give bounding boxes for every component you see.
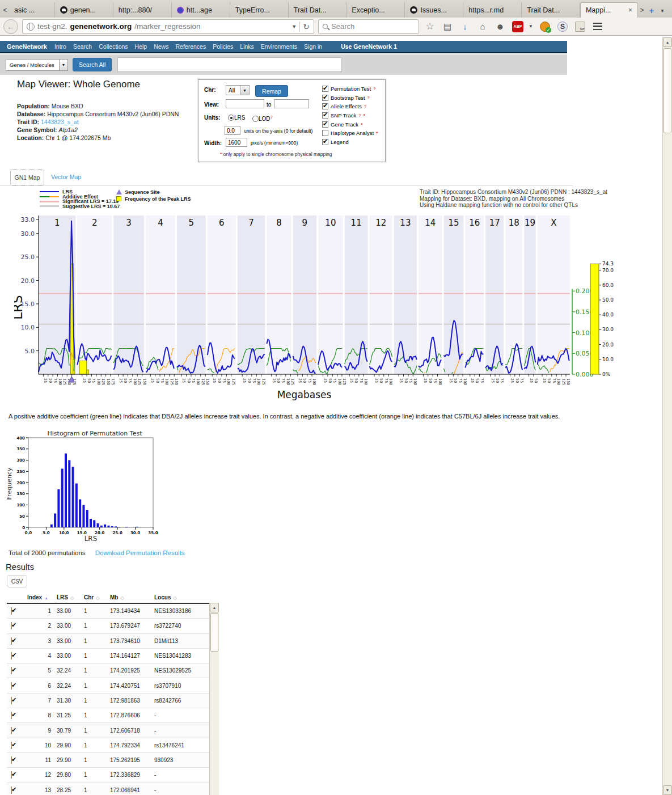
url-bar[interactable]: test-gn2.genenetwork.org/marker_regressi… [22,19,314,34]
s-addon-icon[interactable]: S [557,22,568,32]
browser-tab[interactable]: https...r.md [463,2,522,18]
trait-id-link[interactable]: 1443823_s_at [41,119,79,125]
new-tab-button[interactable]: + [646,3,657,18]
global-search-input[interactable] [117,57,342,72]
scroll-up-icon[interactable]: ▲ [663,37,672,47]
browser-tab[interactable]: htt...age [172,2,230,18]
radio-icon[interactable] [252,116,259,122]
window-scrollbar[interactable]: ▲ ▼ [662,37,672,795]
window-scrollbar-thumb[interactable] [663,48,671,133]
category-caret-icon[interactable]: ▼ [60,59,68,71]
row-checkbox[interactable] [11,652,12,659]
search-all-button[interactable]: Search All [73,58,112,71]
checkbox-row-legend[interactable]: Legend [322,138,378,147]
back-button[interactable]: ← [3,19,18,34]
y-units-input[interactable] [225,126,240,135]
checkbox-row-bootstrap-test[interactable]: Bootstrap Test? [322,94,378,103]
row-checkbox[interactable] [11,756,12,764]
column-header-mb[interactable]: Mb◇ [110,594,154,601]
help-icon[interactable]: ? [358,113,361,118]
browser-tab[interactable]: http:...880/ [113,2,172,18]
browser-tab[interactable]: genen... [55,2,113,18]
row-checkbox[interactable] [11,697,12,704]
browser-tab[interactable]: Mappi...× [580,2,638,18]
browser-tab[interactable]: TypeErro... [230,2,289,18]
tab-scroll-right-icon[interactable]: > [638,3,646,18]
chat-icon[interactable]: ☻ [493,20,507,33]
row-checkbox[interactable] [11,667,12,674]
browser-tab[interactable]: Issues... [405,2,463,18]
home-icon[interactable]: ⌂ [476,20,489,33]
browser-tab[interactable]: asic ... [9,2,55,18]
radio-icon[interactable] [228,115,234,121]
nav-item-search[interactable]: Search [73,43,92,50]
nav-item-collections[interactable]: Collections [99,43,128,50]
row-checkbox[interactable] [11,607,12,615]
page-edit-icon[interactable]: se [575,22,585,32]
nav-item-news[interactable]: News [154,43,168,50]
tab-scroll-left-icon[interactable]: < [1,3,9,18]
checkbox-icon[interactable] [322,86,328,92]
view-to-input[interactable] [274,99,309,108]
adblock-caret-icon[interactable]: ▼ [529,24,534,29]
csv-button[interactable]: CSV [7,575,27,587]
checkbox-icon[interactable] [322,95,328,101]
download-permutation-link[interactable]: Download Permutation Results [95,549,185,556]
scroll-down-icon[interactable]: ▼ [663,785,672,795]
checkbox-row-haplotype-analyst[interactable]: Haplotype Analyst* [322,129,378,138]
row-checkbox[interactable] [11,771,12,779]
nav-item-references[interactable]: References [175,43,206,50]
checkbox-row-permutation-test[interactable]: Permutation Test? [322,84,378,94]
chr-select[interactable]: All ▼ [226,85,250,95]
checkbox-icon[interactable] [322,112,328,119]
help-icon[interactable]: ? [367,95,370,100]
help-icon[interactable]: ? [364,104,366,109]
nav-item-links[interactable]: Links [240,43,254,50]
nav-item-help[interactable]: Help [135,43,147,50]
row-checkbox[interactable] [11,786,12,794]
url-dropdown-icon[interactable]: ▼ [291,24,297,29]
column-header-index[interactable]: Index▲ [27,594,57,601]
checkbox-row-gene-track[interactable]: Gene Track* [322,120,378,129]
tab-gn1-map[interactable]: GN1 Map [10,170,44,185]
tab-list-caret-icon[interactable]: ▾ [657,3,667,18]
menu-icon[interactable] [591,20,605,33]
checkbox-row-allele-effects[interactable]: Allele Effects? [322,102,378,111]
nav-item-environments[interactable]: Environments [261,43,297,50]
adblock-icon[interactable]: ABP [512,21,523,32]
browser-tab[interactable]: Trait Dat... [522,2,580,18]
nav-item-sign-in[interactable]: Sign in [304,43,322,50]
checkbox-icon[interactable] [322,139,328,145]
width-input[interactable] [226,138,247,147]
column-header-chr[interactable]: Chr◇ [84,594,110,601]
remap-button[interactable]: Remap [255,85,288,97]
table-scrollbar-thumb[interactable] [210,613,218,652]
column-header-locus[interactable]: Locus◇ [154,594,209,601]
row-checkbox[interactable] [11,682,12,690]
units-lrs-radio[interactable]: LRS [228,115,245,121]
category-select[interactable]: Genes / Molecules ▼ [6,59,68,71]
help-icon[interactable]: ? [271,115,273,120]
reading-list-icon[interactable]: ▤ [441,20,454,33]
browser-tab[interactable]: Exceptio... [346,2,405,18]
row-checkbox[interactable] [11,727,12,734]
nav-item-intro[interactable]: Intro [54,43,66,50]
use-gn1-link[interactable]: Use GeneNetwork 1 [341,43,397,50]
checkbox-icon[interactable] [322,121,328,128]
genome-scan-chart[interactable]: 1255075100125150175225507510012515017532… [14,211,616,404]
checkbox-icon[interactable] [322,130,328,136]
tab-vector-map[interactable]: Vector Map [51,174,81,180]
close-icon[interactable]: × [628,6,632,14]
addon-orange-icon[interactable] [540,22,550,32]
reload-icon[interactable]: ↻ [303,22,310,31]
browser-tab[interactable]: Trait Dat... [289,2,347,18]
checkbox-icon[interactable] [322,103,328,109]
chr-caret-icon[interactable]: ▼ [240,85,250,95]
download-icon[interactable]: ↓ [458,20,472,33]
units-lod-radio[interactable]: LOD? [252,115,273,122]
help-icon[interactable]: ? [373,86,375,91]
row-checkbox[interactable] [11,712,12,719]
column-header-lrs[interactable]: LRS◇ [57,594,84,601]
gn-brand[interactable]: GeneNetwork [7,43,47,50]
row-checkbox[interactable] [11,637,12,645]
